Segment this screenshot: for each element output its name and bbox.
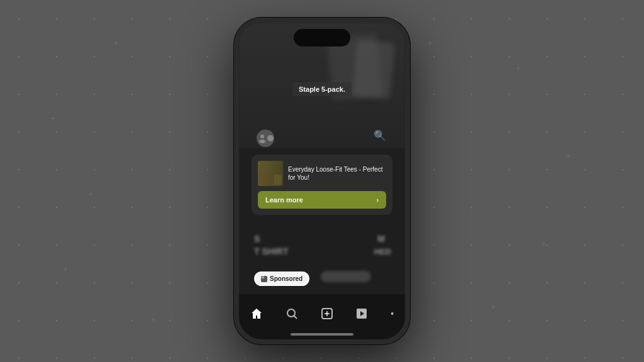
search-icon-top[interactable]: 🔍 [374, 129, 386, 141]
shirt-text-s: S [254, 234, 261, 244]
sponsored-icon [261, 276, 267, 282]
svg-line-3 [294, 316, 297, 319]
ad-card: Everyday Loose-Fit Tees - Perfect for Yo… [252, 155, 392, 215]
chevron-right-icon: › [377, 197, 379, 204]
shirt-text-m: M [377, 233, 386, 244]
svg-point-2 [287, 309, 295, 317]
shirt-hed-area: T SHIRT [254, 246, 288, 257]
home-indicator [291, 333, 353, 336]
svg-point-0 [260, 134, 264, 138]
phone-screen: Staple 5-pack. 🔍 S M T SHIRT HED [239, 23, 405, 339]
learn-more-label: Learn more [265, 196, 303, 204]
sponsored-badge: Sponsored [254, 272, 309, 286]
nav-home[interactable] [250, 307, 263, 320]
sponsored-label: Sponsored [270, 275, 303, 282]
ad-title: Everyday Loose-Fit Tees - Perfect for Yo… [288, 165, 386, 182]
nav-menu[interactable]: • [391, 309, 394, 319]
product-label: Staple 5-pack. [292, 82, 352, 96]
svg-point-1 [259, 140, 265, 143]
blurred-account-pill [321, 271, 371, 282]
nav-reels[interactable] [355, 307, 368, 320]
hed-right: HED [374, 246, 391, 257]
ad-thumbnail [258, 161, 283, 186]
bg-shape-2 [352, 40, 395, 100]
learn-more-button[interactable]: Learn more › [258, 191, 386, 209]
ad-card-header: Everyday Loose-Fit Tees - Perfect for Yo… [258, 161, 386, 186]
nav-search[interactable] [286, 307, 298, 320]
shirt-text-area: S [254, 233, 261, 244]
phone-notch [294, 29, 350, 47]
phone-device: Staple 5-pack. 🔍 S M T SHIRT HED [234, 18, 410, 344]
nav-create[interactable] [321, 307, 333, 320]
profile-avatar[interactable] [257, 129, 274, 147]
